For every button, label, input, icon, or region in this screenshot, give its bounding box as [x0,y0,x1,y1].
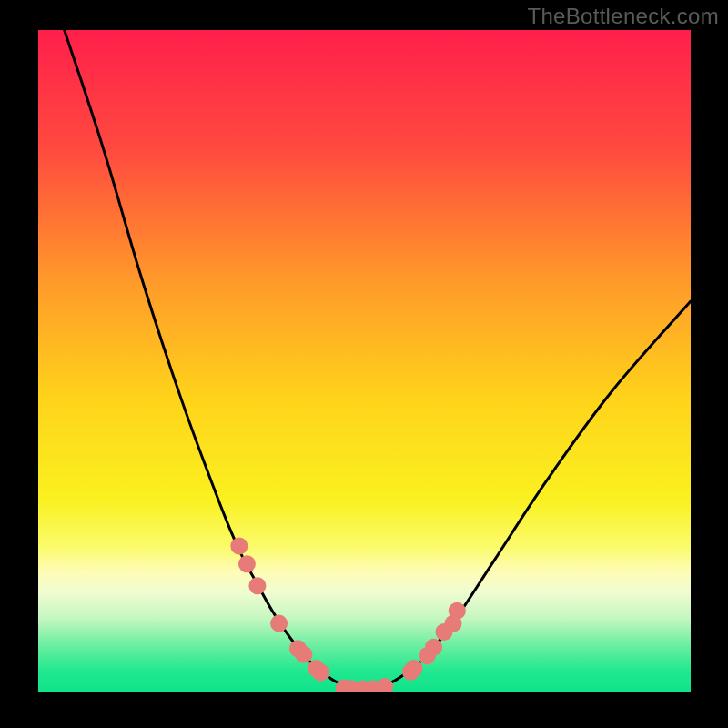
watermark-text: TheBottleneck.com [527,4,719,29]
chart-stage: TheBottleneck.com [0,0,728,728]
data-marker [312,663,329,681]
data-marker [238,555,256,572]
data-marker [425,639,442,656]
data-marker [295,646,312,663]
data-marker [376,678,393,692]
data-marker [248,577,266,594]
data-marker [405,660,422,677]
bottleneck-curve [65,30,691,689]
chart-svg [38,30,691,692]
plot-area [38,30,691,692]
data-marker [230,538,248,555]
data-marker [270,615,288,632]
data-marker [449,602,466,620]
